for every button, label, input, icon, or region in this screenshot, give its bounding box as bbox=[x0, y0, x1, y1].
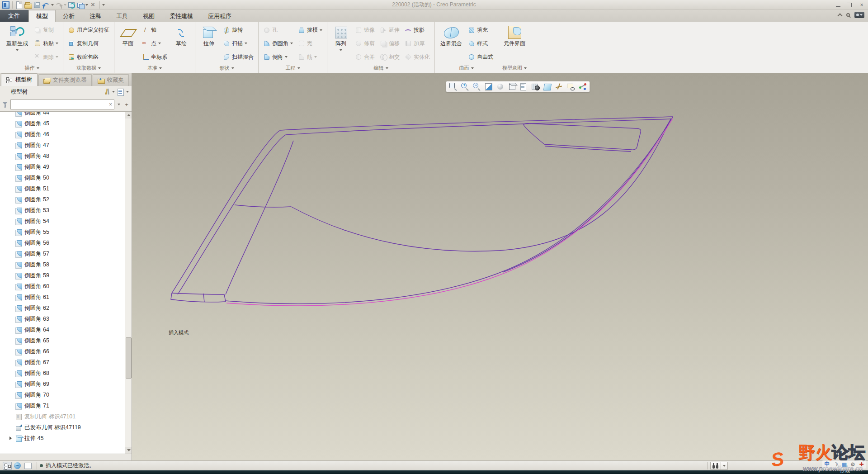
minimize-button[interactable] bbox=[836, 3, 840, 7]
tree-item[interactable]: 倒圆角 49 bbox=[0, 161, 125, 172]
ribbon-button-chamfer[interactable]: 倒角 bbox=[261, 52, 295, 63]
tree-filter-input[interactable] bbox=[13, 100, 109, 109]
ribbon-button-freestyle[interactable]: 自由式 bbox=[466, 52, 495, 63]
filter-add-icon[interactable]: + bbox=[123, 100, 130, 109]
tree-item[interactable]: 倒圆角 60 bbox=[0, 281, 125, 292]
tree-item[interactable]: 倒圆角 52 bbox=[0, 194, 125, 205]
refresh-icon[interactable] bbox=[67, 1, 75, 9]
tree-item[interactable]: 复制几何 标识47101 bbox=[0, 411, 125, 422]
tree-item[interactable]: 倒圆角 46 bbox=[0, 129, 125, 140]
pattern-caret-icon[interactable] bbox=[340, 49, 342, 51]
tree-item[interactable]: 倒圆角 44 bbox=[0, 112, 125, 118]
tree-item[interactable]: 倒圆角 58 bbox=[0, 259, 125, 270]
ribbon-button-project[interactable]: 投影 bbox=[403, 24, 432, 36]
tree-columns-icon[interactable] bbox=[117, 88, 124, 95]
tab-view[interactable]: 视图 bbox=[136, 11, 162, 22]
panel-tab-favorites[interactable]: 收藏夹 bbox=[93, 74, 129, 86]
panel-tab-model-tree[interactable]: 模型树 bbox=[1, 73, 38, 86]
zoom-in-icon[interactable]: + bbox=[460, 82, 470, 91]
group-overflow-caret-icon[interactable] bbox=[159, 67, 162, 69]
ribbon-group-label-datum[interactable]: 基准 bbox=[114, 64, 195, 73]
ribbon-button-regenerate[interactable]: 重新生成 bbox=[4, 23, 31, 64]
paste-caret-icon[interactable] bbox=[56, 43, 58, 44]
tree-item[interactable]: 倒圆角 65 bbox=[0, 335, 125, 346]
user-presence-icon[interactable] bbox=[854, 12, 864, 18]
open-icon[interactable] bbox=[24, 1, 32, 9]
ribbon-button-style[interactable]: 样式 bbox=[466, 38, 495, 49]
new-icon[interactable] bbox=[15, 1, 23, 9]
ribbon-button-round[interactable]: 倒圆角 bbox=[261, 38, 295, 49]
draft-caret-icon[interactable] bbox=[320, 29, 322, 31]
filter-clear-icon[interactable]: × bbox=[109, 102, 112, 107]
group-overflow-caret-icon[interactable] bbox=[231, 67, 234, 69]
zoom-window-icon[interactable] bbox=[448, 82, 458, 91]
ribbon-button-coordinate-system[interactable]: 坐标系 bbox=[140, 52, 169, 63]
scroll-down-icon[interactable] bbox=[125, 447, 132, 454]
ribbon-button-plane[interactable]: 平面 bbox=[117, 23, 139, 64]
tree-item[interactable]: 倒圆角 57 bbox=[0, 248, 125, 259]
panel-tab-folder-browser[interactable]: 文件夹浏览器 bbox=[38, 74, 92, 86]
command-search-icon[interactable] bbox=[846, 13, 850, 17]
tree-item[interactable]: 倒圆角 69 bbox=[0, 379, 125, 389]
tree-item[interactable]: 倒圆角 54 bbox=[0, 216, 125, 227]
tab-analysis[interactable]: 分析 bbox=[56, 11, 82, 22]
group-overflow-caret-icon[interactable] bbox=[297, 67, 300, 69]
ribbon-button-component-interface[interactable]: 元件界面 bbox=[501, 23, 528, 64]
search-options-caret-icon[interactable] bbox=[721, 462, 728, 470]
customize-qat-caret-icon[interactable] bbox=[102, 4, 105, 6]
redo-caret-icon[interactable] bbox=[64, 4, 66, 6]
point-caret-icon[interactable] bbox=[158, 43, 161, 44]
tab-file[interactable]: 文件 bbox=[0, 10, 28, 22]
minimize-ribbon-icon[interactable] bbox=[837, 13, 842, 18]
tree-item[interactable]: 倒圆角 67 bbox=[0, 357, 125, 368]
group-overflow-caret-icon[interactable] bbox=[37, 67, 39, 69]
regenerate-caret-icon[interactable] bbox=[16, 49, 19, 51]
tab-model[interactable]: 模型 bbox=[28, 10, 56, 22]
tree-item[interactable]: 倒圆角 50 bbox=[0, 172, 125, 183]
ribbon-button-revolve[interactable]: 旋转 bbox=[221, 24, 255, 36]
annotation-display-icon[interactable] bbox=[566, 82, 576, 91]
scroll-up-icon[interactable] bbox=[125, 112, 132, 118]
ribbon-button-axis[interactable]: 轴 bbox=[140, 24, 169, 36]
tree-item[interactable]: 倒圆角 66 bbox=[0, 346, 125, 357]
tree-item[interactable]: 倒圆角 70 bbox=[0, 389, 125, 400]
ribbon-button-swept-blend[interactable]: 扫描混合 bbox=[221, 52, 255, 63]
group-overflow-caret-icon[interactable] bbox=[524, 67, 527, 69]
ribbon-button-pattern[interactable]: 阵列 bbox=[330, 23, 352, 64]
search-binoculars-icon[interactable] bbox=[710, 462, 721, 470]
filter-options-caret-icon[interactable] bbox=[116, 100, 122, 109]
tree-item[interactable]: 倒圆角 61 bbox=[0, 292, 125, 303]
scrollbar-thumb[interactable] bbox=[126, 337, 132, 379]
ribbon-group-label-editing[interactable]: 编辑 bbox=[327, 64, 434, 73]
ribbon-button-shrinkwrap[interactable]: 收缩包络 bbox=[66, 52, 111, 63]
close-button[interactable]: × bbox=[858, 2, 865, 8]
tab-flexible-modeling[interactable]: 柔性建模 bbox=[162, 11, 201, 22]
shading-style-icon[interactable] bbox=[495, 82, 505, 91]
undo-icon[interactable] bbox=[42, 1, 50, 9]
save-icon[interactable] bbox=[33, 1, 41, 9]
window-icon[interactable] bbox=[76, 1, 85, 9]
tree-item[interactable]: 倒圆角 56 bbox=[0, 237, 125, 248]
tree-item[interactable]: 倒圆角 62 bbox=[0, 303, 125, 313]
ribbon-button-draft[interactable]: 拔模 bbox=[296, 24, 324, 36]
tree-settings-caret-icon[interactable] bbox=[112, 91, 115, 93]
ribbon-group-label-shapes[interactable]: 形状 bbox=[195, 64, 258, 73]
window-caret-icon[interactable] bbox=[85, 4, 88, 6]
ribbon-button-sketch[interactable]: 草绘 bbox=[170, 23, 192, 64]
ribbon-button-paste[interactable]: 粘贴 bbox=[32, 38, 60, 49]
web-browser-icon[interactable] bbox=[13, 462, 22, 470]
tab-applications[interactable]: 应用程序 bbox=[201, 11, 239, 22]
tree-item[interactable]: 倒圆角 53 bbox=[0, 205, 125, 216]
ribbon-button-user-defined-feature[interactable]: 用户定义特征 bbox=[66, 24, 111, 36]
tree-item[interactable]: 倒圆角 47 bbox=[0, 140, 125, 151]
expand-arrow-icon[interactable] bbox=[9, 436, 12, 440]
saved-views-icon[interactable] bbox=[519, 82, 528, 91]
tree-item[interactable]: 倒圆角 59 bbox=[0, 270, 125, 281]
tree-columns-caret-icon[interactable] bbox=[126, 91, 129, 93]
spin-center-icon[interactable] bbox=[578, 82, 587, 91]
zoom-out-icon[interactable]: − bbox=[472, 82, 481, 91]
chamfer-caret-icon[interactable] bbox=[285, 56, 288, 58]
closewin-icon[interactable] bbox=[89, 1, 97, 9]
ribbon-group-label-get-data[interactable]: 获取数据 bbox=[63, 64, 114, 73]
filter-funnel-icon[interactable] bbox=[2, 101, 9, 108]
